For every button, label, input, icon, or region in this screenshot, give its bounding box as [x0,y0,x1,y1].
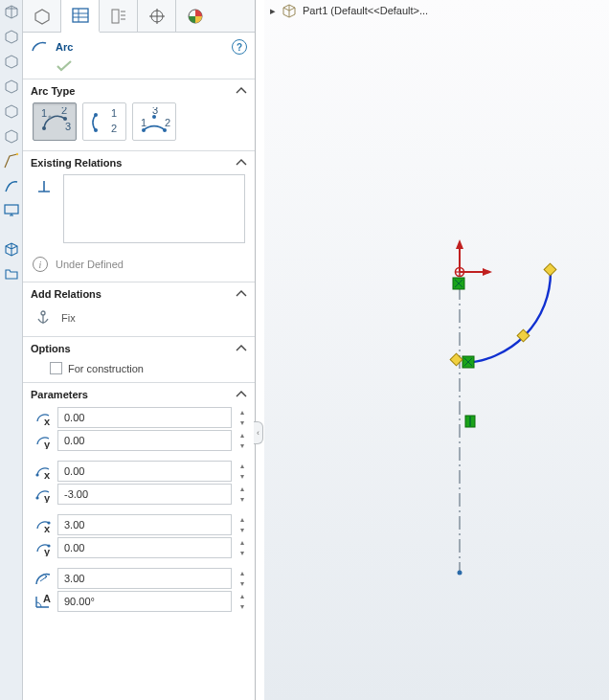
folder-icon[interactable] [2,264,21,283]
param-input[interactable]: 0.00 [57,537,232,558]
part-icon[interactable] [2,239,21,259]
param-input[interactable]: 0.00 [57,461,232,482]
relation-fix[interactable]: Fix [23,305,255,336]
svg-rect-6 [112,10,119,23]
spin-up[interactable]: ▴ [236,537,249,548]
perpendicular-icon [33,174,56,197]
svg-text:y: y [44,492,51,503]
spin-up[interactable]: ▴ [236,461,249,471]
sketch-icon[interactable] [2,151,21,170]
property-panel: Arc ? Arc Type 123 12 123 [23,0,256,700]
svg-text:y: y [44,439,51,449]
arc-entity[interactable] [462,272,551,363]
spin-down[interactable]: ▾ [236,494,249,505]
relations-listbox[interactable] [63,174,245,243]
end-x-icon: x [33,514,54,535]
for-construction-label: For construction [68,363,144,374]
center-x-icon: x [33,407,54,428]
spin-up[interactable]: ▴ [236,407,249,418]
section-existing-relations: Existing Relations i Under Defined [23,150,255,282]
cube-icon[interactable] [2,52,21,71]
handle-endpoint[interactable] [544,263,556,276]
cube-icon[interactable] [2,102,21,121]
cube-icon[interactable] [2,2,21,21]
svg-rect-51 [450,353,462,366]
svg-rect-2 [73,9,88,22]
tab-dimxpert[interactable] [138,0,176,32]
monitor-icon[interactable] [2,201,21,220]
svg-text:1: 1 [141,117,147,128]
svg-point-13 [48,115,51,118]
for-construction-checkbox[interactable] [50,362,62,374]
arc-type-centerpoint[interactable]: 123 [33,102,77,141]
cube-icon[interactable] [2,77,21,96]
svg-point-30 [35,473,38,476]
section-header[interactable]: Parameters [23,383,255,406]
collapse-handle[interactable]: ‹ [254,421,263,444]
arc-type-3point[interactable]: 123 [132,102,176,141]
spin-down[interactable]: ▾ [236,525,249,535]
svg-point-32 [35,496,38,499]
origin-triad [455,239,492,277]
spin-up[interactable]: ▴ [236,591,249,601]
param-input[interactable]: 3.00 [57,568,232,589]
svg-text:2: 2 [61,107,67,116]
section-label: Arc Type [31,85,236,97]
section-add-relations: Add Relations Fix [23,282,255,336]
section-header[interactable]: Options [23,337,255,360]
svg-text:1: 1 [111,107,117,119]
help-icon[interactable]: ? [232,39,247,55]
tab-display[interactable] [176,0,214,32]
status-text: Under Defined [56,259,124,270]
svg-point-21 [142,128,146,132]
spin-up[interactable]: ▴ [236,430,249,440]
svg-text:1: 1 [41,107,47,119]
tab-property-manager[interactable] [61,0,100,33]
param-end-y: y 0.00 ▴▾ [23,536,255,559]
end-y-icon: y [33,537,54,558]
spin-up[interactable]: ▴ [236,568,249,578]
cube-icon[interactable] [2,27,21,46]
arc-icon [31,38,48,56]
angle-icon: A [33,591,54,612]
param-angle: A 90.00° ▴▾ [23,590,255,613]
spin-up[interactable]: ▴ [236,484,249,494]
param-input[interactable]: 0.00 [57,430,232,451]
anchor-icon [33,307,54,328]
cube-icon[interactable] [2,126,21,146]
confirm-button[interactable] [23,57,255,79]
panel-header: Arc ? [23,33,255,57]
svg-text:x: x [44,523,51,533]
spin-down[interactable]: ▾ [236,578,249,589]
param-input[interactable]: 3.00 [57,514,232,535]
handle-endpoint[interactable] [450,353,462,366]
param-input[interactable]: 0.00 [57,407,232,428]
curve-icon[interactable] [2,176,21,195]
section-header[interactable]: Existing Relations [23,151,255,174]
svg-text:x: x [44,469,51,480]
spin-down[interactable]: ▾ [236,440,249,451]
param-input[interactable]: 90.00° [57,591,232,612]
param-start-x: x 0.00 ▴▾ [23,460,255,483]
spin-up[interactable]: ▴ [236,514,249,525]
svg-point-18 [94,128,98,132]
svg-text:3: 3 [65,121,71,132]
spin-down[interactable]: ▾ [236,548,249,558]
centerline-endpoint [458,571,462,576]
section-options: Options For construction [23,336,255,382]
tab-feature-tree[interactable] [23,0,61,32]
spin-down[interactable]: ▾ [236,418,249,428]
param-center-y: y 0.00 ▴▾ [23,429,255,452]
graphics-viewport[interactable]: ▸ Part1 (Default<<Default>... [264,0,609,700]
svg-point-11 [42,126,46,130]
section-label: Parameters [31,389,236,400]
section-header[interactable]: Arc Type [23,79,255,102]
section-header[interactable]: Add Relations [23,282,255,305]
arc-type-tangent[interactable]: 12 [82,102,126,141]
spin-down[interactable]: ▾ [236,471,249,482]
spin-down[interactable]: ▾ [236,601,249,612]
tab-configuration[interactable] [100,0,138,32]
panel-splitter[interactable]: ‹ [256,0,264,700]
param-input[interactable]: -3.00 [57,484,232,505]
section-label: Add Relations [31,288,236,300]
